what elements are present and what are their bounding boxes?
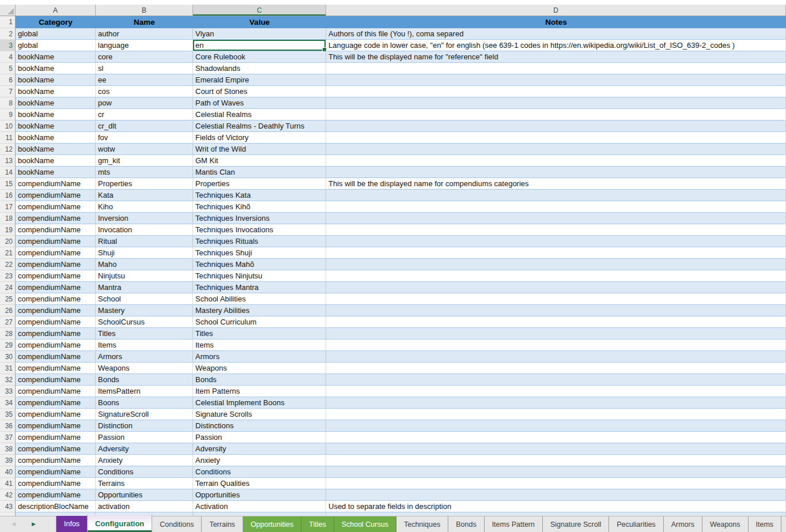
cell-name[interactable]: Kata — [96, 190, 193, 201]
cell-value[interactable]: Item Patterns — [193, 386, 326, 397]
column-header[interactable]: D — [326, 5, 786, 16]
cell-category[interactable]: compendiumName — [16, 420, 96, 432]
row-number[interactable]: 38 — [0, 443, 16, 455]
cell-category[interactable]: compendiumName — [16, 351, 96, 363]
cell-category[interactable]: compendiumName — [16, 489, 96, 501]
table-header-cell[interactable]: Category — [16, 16, 96, 28]
row-number[interactable]: 1 — [0, 16, 16, 28]
cell-name[interactable]: mts — [96, 167, 193, 178]
cell-name[interactable]: Kiho — [96, 201, 193, 213]
row-number[interactable]: 22 — [0, 259, 16, 270]
cell-name[interactable]: core — [96, 51, 193, 63]
cell-notes[interactable] — [326, 213, 786, 224]
cell-notes[interactable] — [326, 293, 786, 305]
cell-category[interactable]: compendiumName — [16, 455, 96, 466]
cell-notes[interactable] — [326, 363, 786, 374]
cell-value[interactable]: Techniques Mantra — [193, 282, 326, 293]
cell-category[interactable]: bookName — [16, 120, 96, 132]
cell-category[interactable]: compendiumName — [16, 178, 96, 190]
cell-value[interactable]: School Curriculum — [193, 316, 326, 328]
cell-category[interactable]: compendiumName — [16, 432, 96, 443]
row-number[interactable]: 39 — [0, 455, 16, 466]
cell-name[interactable]: Ritual — [96, 236, 193, 247]
cell-notes[interactable] — [326, 132, 786, 144]
column-header[interactable]: A — [16, 5, 96, 16]
cell-name[interactable]: Armors — [96, 351, 193, 363]
cell-value[interactable]: Celestial Realms - Deathly Turns — [193, 120, 326, 132]
row-number[interactable]: 8 — [0, 97, 16, 109]
cell-name[interactable]: Opportunities — [96, 489, 193, 501]
cell-category[interactable]: bookName — [16, 97, 96, 109]
cell-notes[interactable] — [326, 120, 786, 132]
cell-notes[interactable] — [326, 155, 786, 167]
sheet-tab[interactable]: Armors — [664, 516, 702, 532]
cell-notes[interactable] — [326, 478, 786, 489]
cell-name[interactable]: Distinction — [96, 420, 193, 432]
row-number[interactable]: 27 — [0, 316, 16, 328]
sheet-tab[interactable]: Peculiarities — [609, 516, 663, 532]
row-number[interactable]: 26 — [0, 305, 16, 316]
cell-value[interactable]: Anxiety — [193, 455, 326, 466]
cell-name[interactable]: activation — [96, 501, 193, 512]
row-number[interactable]: 9 — [0, 109, 16, 120]
cell-name[interactable]: Mantra — [96, 282, 193, 293]
row-number[interactable]: 31 — [0, 363, 16, 374]
cell-value[interactable]: Court of Stones — [193, 86, 326, 97]
cell-name[interactable]: Invocation — [96, 224, 193, 236]
cell-category[interactable]: bookName — [16, 144, 96, 155]
cell-notes[interactable] — [326, 386, 786, 397]
cell-category[interactable]: compendiumName — [16, 409, 96, 420]
row-number[interactable]: 11 — [0, 132, 16, 144]
cell-name[interactable]: cr — [96, 109, 193, 120]
cell-value[interactable]: Fields of Victory — [193, 132, 326, 144]
cell-category[interactable]: compendiumName — [16, 282, 96, 293]
cell-category[interactable]: compendiumName — [16, 328, 96, 339]
column-header[interactable]: C — [193, 5, 326, 16]
row-number[interactable]: 2 — [0, 28, 16, 40]
cell-name[interactable]: cos — [96, 86, 193, 97]
cell-category[interactable]: global — [16, 40, 96, 51]
cell-value[interactable]: en — [193, 40, 326, 51]
cell-value[interactable]: School Abilities — [193, 293, 326, 305]
cell-category[interactable]: compendiumName — [16, 201, 96, 213]
cell-value[interactable]: Opportunities — [193, 489, 326, 501]
cell-name[interactable]: SignatureScroll — [96, 409, 193, 420]
cell-category[interactable]: bookName — [16, 167, 96, 178]
cell-name[interactable]: Titles — [96, 328, 193, 339]
prev-sheet-arrow-icon[interactable]: ◀ — [12, 522, 16, 527]
row-number[interactable]: 40 — [0, 466, 16, 478]
cell-notes[interactable] — [326, 270, 786, 282]
row-number[interactable]: 14 — [0, 167, 16, 178]
cell-value[interactable]: Celestial Implement Boons — [193, 397, 326, 409]
sheet-tab[interactable]: Weapons — [702, 516, 749, 532]
sheet-tab[interactable]: Conditions — [152, 516, 202, 532]
cell-notes[interactable] — [326, 259, 786, 270]
cell-category[interactable]: bookName — [16, 51, 96, 63]
sheet-tab[interactable]: Signature Scroll — [543, 516, 609, 532]
cell-value[interactable]: Conditions — [193, 466, 326, 478]
cell-category[interactable]: compendiumName — [16, 190, 96, 201]
cell-name[interactable]: Adversity — [96, 443, 193, 455]
sheet-tab[interactable]: Bonds — [448, 516, 484, 532]
cell-category[interactable]: compendiumName — [16, 236, 96, 247]
cell-notes[interactable] — [326, 74, 786, 86]
cell-value[interactable]: Activation — [193, 501, 326, 512]
cell-name[interactable]: Boons — [96, 397, 193, 409]
cell-notes[interactable] — [326, 167, 786, 178]
row-number[interactable]: 37 — [0, 432, 16, 443]
cell-value[interactable]: Techniques Mahõ — [193, 259, 326, 270]
sheet-tab[interactable]: Terrains — [202, 516, 243, 532]
cell-notes[interactable] — [326, 466, 786, 478]
row-number[interactable]: 10 — [0, 120, 16, 132]
row-number[interactable]: 25 — [0, 293, 16, 305]
cell-notes[interactable]: Language code in lower case, "en" for en… — [326, 40, 786, 51]
cell-category[interactable]: bookName — [16, 74, 96, 86]
sheet-tab[interactable]: Infos — [56, 516, 87, 532]
cell-name[interactable]: Ninjutsu — [96, 270, 193, 282]
cell-value[interactable]: Writ of the Wild — [193, 144, 326, 155]
cell-category[interactable]: compendiumName — [16, 305, 96, 316]
cell-category[interactable]: compendiumName — [16, 374, 96, 386]
cell-notes[interactable] — [326, 443, 786, 455]
cell-notes[interactable] — [326, 201, 786, 213]
cell-category[interactable]: compendiumName — [16, 466, 96, 478]
